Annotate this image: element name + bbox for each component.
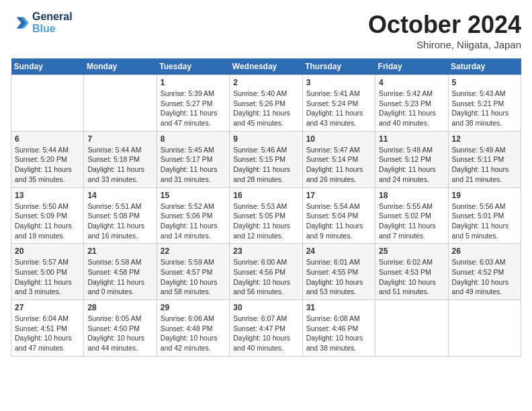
day-number: 31 [306,303,371,312]
day-number: 13 [15,191,80,200]
day-number: 11 [379,134,444,144]
calendar-cell: 9Sunrise: 5:46 AM Sunset: 5:15 PM Daylig… [230,131,302,187]
calendar-cell: 18Sunrise: 5:55 AM Sunset: 5:02 PM Dayli… [375,187,448,244]
calendar-table: SundayMondayTuesdayWednesdayThursdayFrid… [11,58,521,357]
week-row-3: 13Sunrise: 5:50 AM Sunset: 5:09 PM Dayli… [11,187,521,244]
calendar-cell: 2Sunrise: 5:40 AM Sunset: 5:26 PM Daylig… [230,75,302,132]
day-content: Sunrise: 5:45 AM Sunset: 5:17 PM Dayligh… [161,145,226,185]
calendar-cell: 12Sunrise: 5:49 AM Sunset: 5:11 PM Dayli… [448,131,521,187]
day-number: 25 [379,246,444,256]
day-number: 19 [452,191,517,200]
calendar-cell: 8Sunrise: 5:45 AM Sunset: 5:17 PM Daylig… [157,131,229,187]
calendar-cell: 16Sunrise: 5:53 AM Sunset: 5:05 PM Dayli… [230,187,302,244]
day-number: 9 [233,134,298,144]
calendar-cell: 19Sunrise: 5:56 AM Sunset: 5:01 PM Dayli… [448,187,521,244]
day-number: 3 [306,78,371,87]
day-content: Sunrise: 5:44 AM Sunset: 5:20 PM Dayligh… [15,145,80,185]
calendar-cell: 13Sunrise: 5:50 AM Sunset: 5:09 PM Dayli… [11,187,84,244]
calendar-cell: 26Sunrise: 6:03 AM Sunset: 4:52 PM Dayli… [448,244,521,300]
location: Shirone, Niigata, Japan [368,39,521,50]
day-content: Sunrise: 5:52 AM Sunset: 5:06 PM Dayligh… [161,201,226,241]
day-content: Sunrise: 5:56 AM Sunset: 5:01 PM Dayligh… [452,201,517,241]
logo: General Blue [11,11,73,35]
logo-name-line2: Blue [32,23,73,35]
day-content: Sunrise: 6:04 AM Sunset: 4:51 PM Dayligh… [15,314,80,353]
day-number: 7 [87,134,152,144]
weekday-header-monday: Monday [84,58,157,75]
calendar-cell [84,75,157,132]
day-number: 20 [15,246,80,256]
day-number: 18 [379,191,444,200]
calendar-cell: 24Sunrise: 6:01 AM Sunset: 4:55 PM Dayli… [302,244,375,300]
week-row-4: 20Sunrise: 5:57 AM Sunset: 5:00 PM Dayli… [11,244,521,300]
day-number: 5 [452,78,517,87]
day-number: 4 [379,78,444,87]
weekday-header-tuesday: Tuesday [157,58,229,75]
calendar-cell: 22Sunrise: 5:59 AM Sunset: 4:57 PM Dayli… [157,244,229,300]
calendar-cell [11,75,84,132]
day-number: 10 [306,134,371,144]
weekday-header-friday: Friday [375,58,448,75]
calendar-cell: 20Sunrise: 5:57 AM Sunset: 5:00 PM Dayli… [11,244,84,300]
day-content: Sunrise: 5:55 AM Sunset: 5:02 PM Dayligh… [379,201,444,241]
day-number: 26 [452,246,517,256]
day-content: Sunrise: 5:42 AM Sunset: 5:23 PM Dayligh… [379,89,444,128]
day-content: Sunrise: 5:49 AM Sunset: 5:11 PM Dayligh… [452,145,517,185]
week-row-5: 27Sunrise: 6:04 AM Sunset: 4:51 PM Dayli… [11,300,521,357]
day-content: Sunrise: 5:43 AM Sunset: 5:21 PM Dayligh… [452,89,517,128]
week-row-2: 6Sunrise: 5:44 AM Sunset: 5:20 PM Daylig… [11,131,521,187]
title-block: October 2024 Shirone, Niigata, Japan [368,11,521,50]
day-number: 27 [15,303,80,312]
day-number: 16 [233,191,298,200]
calendar-cell: 5Sunrise: 5:43 AM Sunset: 5:21 PM Daylig… [448,75,521,132]
calendar-cell: 29Sunrise: 6:06 AM Sunset: 4:48 PM Dayli… [157,300,229,357]
weekday-header-thursday: Thursday [302,58,375,75]
page-header: General Blue October 2024 Shirone, Niiga… [11,11,521,50]
weekday-header-row: SundayMondayTuesdayWednesdayThursdayFrid… [11,58,521,75]
day-number: 17 [306,191,371,200]
day-number: 21 [87,246,152,256]
day-number: 30 [233,303,298,312]
day-content: Sunrise: 6:01 AM Sunset: 4:55 PM Dayligh… [306,257,371,297]
day-number: 22 [161,246,226,256]
day-content: Sunrise: 6:08 AM Sunset: 4:46 PM Dayligh… [306,314,371,353]
day-content: Sunrise: 5:48 AM Sunset: 5:12 PM Dayligh… [379,145,444,185]
day-content: Sunrise: 5:53 AM Sunset: 5:05 PM Dayligh… [233,201,298,241]
day-content: Sunrise: 5:47 AM Sunset: 5:14 PM Dayligh… [306,145,371,185]
calendar-cell: 15Sunrise: 5:52 AM Sunset: 5:06 PM Dayli… [157,187,229,244]
day-content: Sunrise: 5:57 AM Sunset: 5:00 PM Dayligh… [15,257,80,297]
calendar-cell: 21Sunrise: 5:58 AM Sunset: 4:58 PM Dayli… [84,244,157,300]
calendar-cell: 25Sunrise: 6:02 AM Sunset: 4:53 PM Dayli… [375,244,448,300]
day-content: Sunrise: 5:46 AM Sunset: 5:15 PM Dayligh… [233,145,298,185]
day-content: Sunrise: 5:44 AM Sunset: 5:18 PM Dayligh… [87,145,152,185]
day-content: Sunrise: 5:39 AM Sunset: 5:27 PM Dayligh… [161,89,226,128]
calendar-cell: 27Sunrise: 6:04 AM Sunset: 4:51 PM Dayli… [11,300,84,357]
day-number: 8 [161,134,226,144]
weekday-header-saturday: Saturday [448,58,521,75]
day-number: 29 [161,303,226,312]
day-number: 28 [87,303,152,312]
calendar-cell: 28Sunrise: 6:05 AM Sunset: 4:50 PM Dayli… [84,300,157,357]
day-content: Sunrise: 6:02 AM Sunset: 4:53 PM Dayligh… [379,257,444,297]
day-number: 23 [233,246,298,256]
day-content: Sunrise: 6:06 AM Sunset: 4:48 PM Dayligh… [161,314,226,353]
month-title: October 2024 [368,11,521,39]
week-row-1: 1Sunrise: 5:39 AM Sunset: 5:27 PM Daylig… [11,75,521,132]
day-number: 14 [87,191,152,200]
day-content: Sunrise: 6:07 AM Sunset: 4:47 PM Dayligh… [233,314,298,353]
calendar-cell [448,300,521,357]
calendar-cell [375,300,448,357]
day-content: Sunrise: 5:54 AM Sunset: 5:04 PM Dayligh… [306,201,371,241]
calendar-cell: 6Sunrise: 5:44 AM Sunset: 5:20 PM Daylig… [11,131,84,187]
calendar-cell: 11Sunrise: 5:48 AM Sunset: 5:12 PM Dayli… [375,131,448,187]
day-number: 15 [161,191,226,200]
calendar-cell: 17Sunrise: 5:54 AM Sunset: 5:04 PM Dayli… [302,187,375,244]
day-content: Sunrise: 5:58 AM Sunset: 4:58 PM Dayligh… [87,257,152,297]
day-number: 2 [233,78,298,87]
day-content: Sunrise: 5:51 AM Sunset: 5:08 PM Dayligh… [87,201,152,241]
calendar-cell: 14Sunrise: 5:51 AM Sunset: 5:08 PM Dayli… [84,187,157,244]
calendar-cell: 1Sunrise: 5:39 AM Sunset: 5:27 PM Daylig… [157,75,229,132]
day-number: 24 [306,246,371,256]
weekday-header-wednesday: Wednesday [230,58,302,75]
day-number: 12 [452,134,517,144]
